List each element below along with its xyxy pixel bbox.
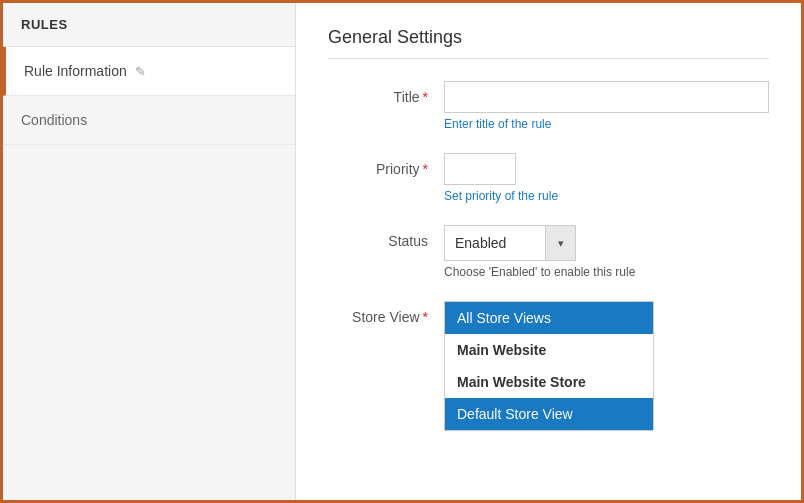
- main-layout: RULES Rule Information ✎ Conditions Gene…: [3, 3, 801, 500]
- priority-field: Set priority of the rule: [444, 153, 769, 203]
- title-field: Enter title of the rule: [444, 81, 769, 131]
- store-view-label: Store View*: [328, 301, 428, 325]
- priority-input[interactable]: [444, 153, 516, 185]
- store-view-option-all[interactable]: All Store Views: [445, 302, 653, 334]
- store-view-option-default[interactable]: Default Store View: [445, 398, 653, 430]
- priority-required-star: *: [423, 161, 428, 177]
- title-row: Title* Enter title of the rule: [328, 81, 769, 131]
- status-label: Status: [328, 225, 428, 249]
- priority-hint: Set priority of the rule: [444, 189, 769, 203]
- title-hint: Enter title of the rule: [444, 117, 769, 131]
- title-label: Title*: [328, 81, 428, 105]
- status-hint: Choose 'Enabled' to enable this rule: [444, 265, 769, 279]
- store-view-option-main-website[interactable]: Main Website: [445, 334, 653, 366]
- sidebar-item-rule-information[interactable]: Rule Information ✎: [3, 47, 295, 96]
- edit-icon: ✎: [135, 64, 146, 79]
- status-wrapper: Enabled Disabled ▾: [444, 225, 576, 261]
- sidebar-item-conditions[interactable]: Conditions: [3, 96, 295, 145]
- title-required-star: *: [423, 89, 428, 105]
- section-title: General Settings: [328, 27, 769, 59]
- store-view-required-star: *: [423, 309, 428, 325]
- status-row: Status Enabled Disabled ▾ Choose 'Enable…: [328, 225, 769, 279]
- priority-label: Priority*: [328, 153, 428, 177]
- status-field: Enabled Disabled ▾ Choose 'Enabled' to e…: [444, 225, 769, 279]
- sidebar-header: RULES: [3, 3, 295, 47]
- store-view-row: Store View* All Store Views Main Website…: [328, 301, 769, 431]
- sidebar-item-rule-information-label: Rule Information: [24, 63, 127, 79]
- sidebar-item-conditions-label: Conditions: [21, 112, 87, 128]
- priority-row: Priority* Set priority of the rule: [328, 153, 769, 203]
- store-view-field: All Store Views Main Website Main Websit…: [444, 301, 769, 431]
- title-input[interactable]: [444, 81, 769, 113]
- status-select[interactable]: Enabled Disabled: [445, 228, 545, 258]
- status-arrow-icon[interactable]: ▾: [545, 226, 575, 260]
- store-view-dropdown[interactable]: All Store Views Main Website Main Websit…: [444, 301, 654, 431]
- store-view-option-main-website-store[interactable]: Main Website Store: [445, 366, 653, 398]
- content-area: General Settings Title* Enter title of t…: [296, 3, 801, 500]
- sidebar: RULES Rule Information ✎ Conditions: [3, 3, 296, 500]
